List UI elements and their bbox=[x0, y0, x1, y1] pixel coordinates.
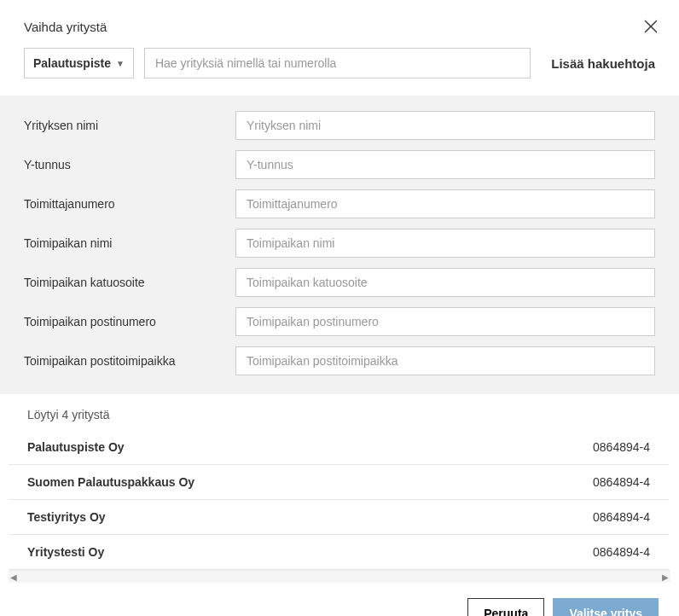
form-row: Toimipaikan nimi bbox=[24, 229, 655, 258]
change-company-modal: Vaihda yritystä Palautuspiste ▼ Lisää ha… bbox=[0, 0, 679, 616]
business-id-label: Y-tunnus bbox=[24, 158, 235, 171]
chevron-down-icon: ▼ bbox=[116, 59, 125, 68]
scroll-right-icon: ▶ bbox=[662, 572, 669, 582]
dropdown-label: Palautuspiste bbox=[33, 56, 111, 70]
form-row: Toimipaikan postinumero bbox=[24, 307, 655, 336]
location-name-label: Toimipaikan nimi bbox=[24, 236, 235, 250]
result-name: Suomen Palautuspakkaus Oy bbox=[27, 475, 194, 489]
location-city-field[interactable] bbox=[235, 346, 655, 375]
result-id: 0864894-4 bbox=[593, 545, 650, 559]
result-row[interactable]: Yritystesti Oy 0864894-4 bbox=[9, 535, 669, 570]
business-id-field[interactable] bbox=[235, 150, 655, 179]
supplier-number-field[interactable] bbox=[235, 189, 655, 218]
form-row: Yrityksen nimi bbox=[24, 111, 655, 140]
close-icon[interactable] bbox=[643, 19, 659, 34]
location-address-field[interactable] bbox=[235, 268, 655, 297]
result-name: Testiyritys Oy bbox=[27, 510, 106, 524]
scroll-left-icon: ◀ bbox=[10, 572, 17, 582]
results-area: Löytyi 4 yritystä Palautuspiste Oy 08648… bbox=[0, 394, 679, 583]
result-id: 0864894-4 bbox=[593, 510, 650, 524]
search-bar: Palautuspiste ▼ Lisää hakuehtoja bbox=[0, 48, 679, 96]
modal-header: Vaihda yritystä bbox=[0, 0, 679, 48]
more-options-link[interactable]: Lisää hakuehtoja bbox=[541, 56, 655, 71]
result-row[interactable]: Suomen Palautuspakkaus Oy 0864894-4 bbox=[9, 465, 669, 500]
result-id: 0864894-4 bbox=[593, 440, 650, 454]
result-name: Palautuspiste Oy bbox=[27, 440, 125, 454]
cancel-button[interactable]: Peruuta bbox=[467, 598, 544, 616]
result-row[interactable]: Palautuspiste Oy 0864894-4 bbox=[9, 430, 669, 465]
company-name-field[interactable] bbox=[235, 111, 655, 140]
location-address-label: Toimipaikan katuosoite bbox=[24, 276, 235, 289]
results-scroll[interactable]: Löytyi 4 yritystä Palautuspiste Oy 08648… bbox=[9, 408, 670, 570]
advanced-search-form: Yrityksen nimi Y-tunnus Toimittajanumero… bbox=[0, 96, 679, 394]
modal-footer: Peruuta Valitse yritys bbox=[0, 583, 679, 616]
select-company-button[interactable]: Valitse yritys bbox=[553, 598, 659, 616]
result-row[interactable]: Testiyritys Oy 0864894-4 bbox=[9, 500, 669, 535]
location-name-field[interactable] bbox=[235, 229, 655, 258]
form-row: Toimipaikan postitoimipaikka bbox=[24, 346, 655, 375]
result-name: Yritystesti Oy bbox=[27, 545, 104, 559]
company-name-label: Yrityksen nimi bbox=[24, 119, 235, 132]
result-id: 0864894-4 bbox=[593, 475, 650, 489]
horizontal-scrollbar[interactable]: ◀ ▶ bbox=[9, 570, 670, 583]
search-type-dropdown[interactable]: Palautuspiste ▼ bbox=[24, 48, 134, 78]
location-city-label: Toimipaikan postitoimipaikka bbox=[24, 354, 235, 368]
location-postal-label: Toimipaikan postinumero bbox=[24, 315, 235, 328]
form-row: Toimittajanumero bbox=[24, 189, 655, 218]
search-input[interactable] bbox=[144, 48, 531, 78]
location-postal-field[interactable] bbox=[235, 307, 655, 336]
supplier-number-label: Toimittajanumero bbox=[24, 197, 235, 211]
form-row: Toimipaikan katuosoite bbox=[24, 268, 655, 297]
form-row: Y-tunnus bbox=[24, 150, 655, 179]
modal-title: Vaihda yritystä bbox=[24, 20, 107, 34]
results-count: Löytyi 4 yritystä bbox=[9, 408, 669, 430]
